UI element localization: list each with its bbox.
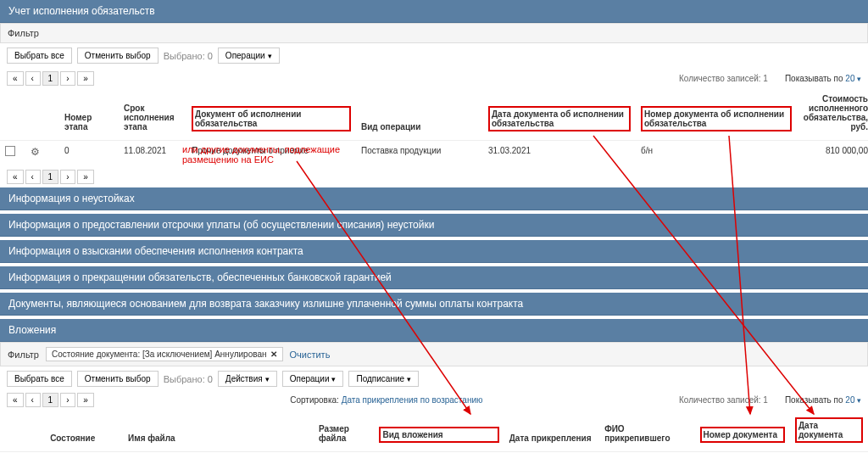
signing-dropdown[interactable]: Подписание <box>348 371 419 387</box>
filter-label: Фильтр <box>8 28 39 38</box>
selected-count: Выбрано: 0 <box>164 51 213 61</box>
th-stage: Номер этапа <box>59 89 119 141</box>
cell-deadline: 11.08.2021 <box>119 141 186 164</box>
cell-op: Поставка продукции <box>356 141 483 164</box>
select-all-button[interactable]: Выбрать все <box>7 48 72 64</box>
deselect-button[interactable]: Отменить выбор <box>77 371 159 387</box>
select-all-button[interactable]: Выбрать все <box>7 371 72 387</box>
filter-tag-state: Состояние документа: [За исключением] Ан… <box>46 347 283 361</box>
attachments-table: Состояние Имя файла Размер файла Вид вло… <box>0 412 868 453</box>
operations-dropdown[interactable]: Операции <box>218 48 280 64</box>
record-count: Количество записей: 1 <box>679 74 768 83</box>
filter-label-att: Фильтр <box>8 350 39 360</box>
selected-count: Выбрано: 0 <box>164 374 213 384</box>
sort-label: Сортировка: <box>290 395 339 405</box>
pager-page[interactable]: 1 <box>42 393 59 407</box>
sort-row: « ‹ 1 › » Сортировка: Дата прикрепления … <box>0 391 868 412</box>
th-attached: Дата прикрепления <box>504 412 599 452</box>
pager-next[interactable]: › <box>60 170 75 184</box>
show-by-dropdown[interactable]: 20 <box>845 74 861 83</box>
th-user: ФИО прикрепившего <box>599 412 694 452</box>
th-cost: Стоимость исполненного обязательства, ру… <box>797 89 868 141</box>
section-attachments: Вложения <box>0 319 868 342</box>
th-date: Дата документа <box>795 417 863 443</box>
show-by-dropdown[interactable]: 20 <box>845 395 861 405</box>
actions-dropdown[interactable]: Действия <box>218 371 277 387</box>
th-op: Вид операции <box>356 89 483 141</box>
pager-last[interactable]: » <box>77 71 94 86</box>
pager-next[interactable]: › <box>60 71 75 86</box>
pager-first[interactable]: « <box>7 170 24 184</box>
section-termination[interactable]: Информация о прекращении обязательств, о… <box>0 266 868 289</box>
pager-last[interactable]: » <box>77 393 94 407</box>
th-state: Состояние <box>45 412 123 452</box>
pager-page[interactable]: 1 <box>42 71 59 86</box>
toolbar-attachments: Выбрать все Отменить выбор Выбрано: 0 Де… <box>0 366 868 391</box>
pager-first[interactable]: « <box>7 71 24 86</box>
clear-filter[interactable]: Очистить <box>290 350 331 360</box>
toolbar-main: Выбрать все Отменить выбор Выбрано: 0 Оп… <box>0 43 868 68</box>
pager-prev[interactable]: ‹ <box>25 71 41 86</box>
th-filename: Имя файла <box>123 412 314 452</box>
pager-next[interactable]: › <box>60 393 75 407</box>
th-doc-date: Дата документа об исполнении обязательст… <box>488 106 631 131</box>
cell-doc-date: 31.03.2021 <box>483 141 636 164</box>
th-size: Размер файла <box>314 412 375 452</box>
section-main-header: Учет исполнения обязательств <box>0 0 868 23</box>
cell-stage: 0 <box>59 141 119 164</box>
pager-last[interactable]: » <box>77 170 94 184</box>
pager-main: « ‹ 1 › » <box>7 71 94 86</box>
show-by-label: Показывать по <box>785 74 843 83</box>
section-deferral[interactable]: Информация о предоставлении отсрочки упл… <box>0 214 868 237</box>
obligations-table: Номер этапа Срок исполнения этапа Докуме… <box>0 89 868 163</box>
pager-row-main-bottom: « ‹ 1 › » <box>0 163 868 187</box>
show-by-att: Показывать по 20 <box>785 395 861 405</box>
filter-bar-main: Фильтр <box>0 23 868 43</box>
th-deadline: Срок исполнения этапа <box>119 89 186 141</box>
th-num: Номер документа <box>700 427 785 443</box>
gear-icon[interactable] <box>31 148 40 157</box>
record-count-att: Количество записей: 1 <box>679 395 768 405</box>
filter-bar-attachments: Фильтр Состояние документа: [За исключен… <box>0 342 868 366</box>
th-type: Вид вложения <box>379 427 498 443</box>
table-row: 0 11.08.2021 Прочие документы о приемке … <box>0 141 868 164</box>
pager-page[interactable]: 1 <box>42 170 59 184</box>
section-refund[interactable]: Документы, являющиеся основанием для воз… <box>0 293 868 316</box>
cell-cost: 810 000,00 <box>797 141 868 164</box>
pager-row-main: « ‹ 1 › » Количество записей: 1 Показыва… <box>0 68 868 89</box>
pager-main-bottom: « ‹ 1 › » <box>7 170 94 184</box>
close-icon[interactable]: ✕ <box>270 350 277 359</box>
row-checkbox[interactable] <box>5 146 15 156</box>
section-penalties[interactable]: Информация о неустойках <box>0 187 868 210</box>
pager-att-top: « ‹ 1 › » <box>7 393 94 407</box>
th-doc: Документ об исполнении обязательства <box>192 106 351 131</box>
th-doc-num: Номер документа об исполнении обязательс… <box>641 106 792 131</box>
pager-first[interactable]: « <box>7 393 24 407</box>
cell-doc-num: б/н <box>636 141 797 164</box>
deselect-button[interactable]: Отменить выбор <box>77 48 159 64</box>
sort-value[interactable]: Дата прикрепления по возрастанию <box>342 395 483 405</box>
section-collection[interactable]: Информация о взыскании обеспечения испол… <box>0 240 868 263</box>
pager-prev[interactable]: ‹ <box>25 393 41 407</box>
filter-tag-label: Состояние документа: [За исключением] Ан… <box>52 350 267 359</box>
pager-prev[interactable]: ‹ <box>25 170 41 184</box>
cell-doc: Прочие документы о приемке <box>186 141 356 164</box>
operations-dropdown[interactable]: Операции <box>282 371 344 387</box>
show-by-label: Показывать по <box>785 395 843 405</box>
show-by: Показывать по 20 <box>785 74 861 83</box>
